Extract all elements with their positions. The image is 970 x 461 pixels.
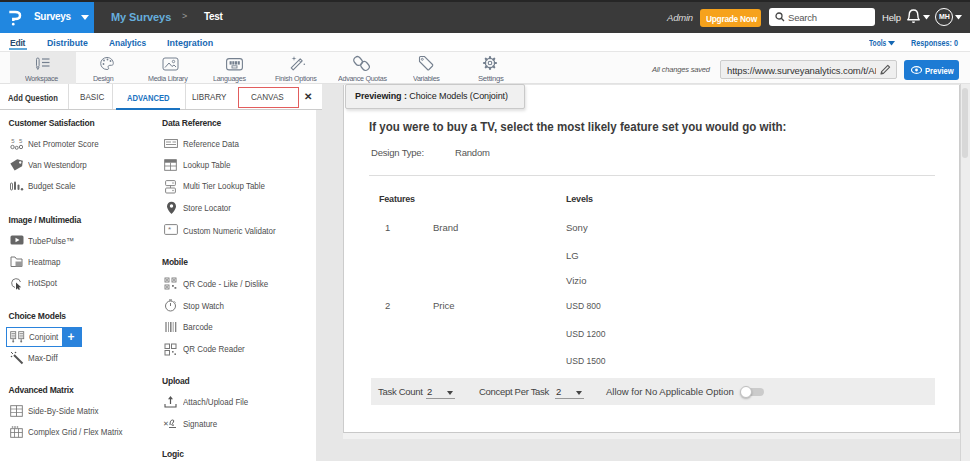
- svg-text:5: 5: [11, 138, 15, 144]
- svg-text:*: *: [168, 225, 171, 234]
- svg-text:5: 5: [19, 138, 23, 144]
- svg-text:✕: ✕: [163, 420, 169, 427]
